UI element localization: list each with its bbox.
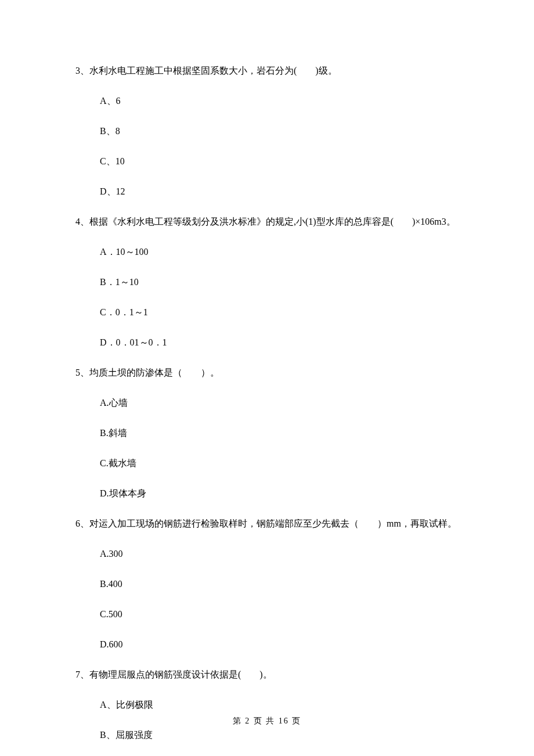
question-5: 5、均质土坝的防渗体是（ ）。 A.心墙 B.斜墙 C.截水墙 D.坝体本身 [75,366,461,501]
option-b: B、8 [75,124,461,138]
option-c: C.500 [75,607,461,621]
option-a: A．10～100 [75,245,461,259]
question-stem: 有物理屈服点的钢筋强度设计依据是( )。 [89,669,272,679]
option-b: B.斜墙 [75,426,461,440]
document-page: 3、水利水电工程施工中根据坚固系数大小，岩石分为( )级。 A、6 B、8 C、… [0,0,534,756]
question-number: 3、 [75,66,89,75]
option-d: D.600 [75,638,461,651]
question-text: 5、均质土坝的防渗体是（ ）。 [75,366,461,380]
question-number: 6、 [75,519,89,528]
question-7: 7、有物理屈服点的钢筋强度设计依据是( )。 A、比例极限 B、屈服强度 C、极… [75,668,461,756]
question-stem: 根据《水利水电工程等级划分及洪水标准》的规定,小(1)型水库的总库容是( )×1… [89,217,456,226]
option-c: C、10 [75,154,461,168]
option-c: C.截水墙 [75,456,461,470]
option-d: D．0．01～0．1 [75,336,461,350]
question-number: 7、 [75,669,89,679]
option-b: B.400 [75,577,461,591]
question-stem: 均质土坝的防渗体是（ ）。 [89,368,219,377]
option-b: B．1～10 [75,275,461,289]
question-stem: 水利水电工程施工中根据坚固系数大小，岩石分为( )级。 [89,66,337,75]
option-a: A、6 [75,94,461,108]
question-stem: 对运入加工现场的钢筋进行检验取样时，钢筋端部应至少先截去（ ）mm，再取试样。 [89,519,457,528]
option-a: A.300 [75,547,461,561]
question-text: 6、对运入加工现场的钢筋进行检验取样时，钢筋端部应至少先截去（ ）mm，再取试样… [75,517,461,531]
page-footer: 第 2 页 共 16 页 [0,715,534,727]
question-text: 3、水利水电工程施工中根据坚固系数大小，岩石分为( )级。 [75,64,461,78]
option-d: D.坝体本身 [75,487,461,501]
option-d: D、12 [75,185,461,199]
option-b: B、屈服强度 [75,728,461,742]
option-c: C．0．1～1 [75,305,461,319]
option-a: A、比例极限 [75,698,461,712]
question-6: 6、对运入加工现场的钢筋进行检验取样时，钢筋端部应至少先截去（ ）mm，再取试样… [75,517,461,651]
question-number: 4、 [75,217,89,226]
option-a: A.心墙 [75,396,461,410]
question-number: 5、 [75,368,89,377]
question-4: 4、根据《水利水电工程等级划分及洪水标准》的规定,小(1)型水库的总库容是( )… [75,215,461,350]
question-text: 4、根据《水利水电工程等级划分及洪水标准》的规定,小(1)型水库的总库容是( )… [75,215,461,229]
question-text: 7、有物理屈服点的钢筋强度设计依据是( )。 [75,668,461,682]
question-3: 3、水利水电工程施工中根据坚固系数大小，岩石分为( )级。 A、6 B、8 C、… [75,64,461,199]
